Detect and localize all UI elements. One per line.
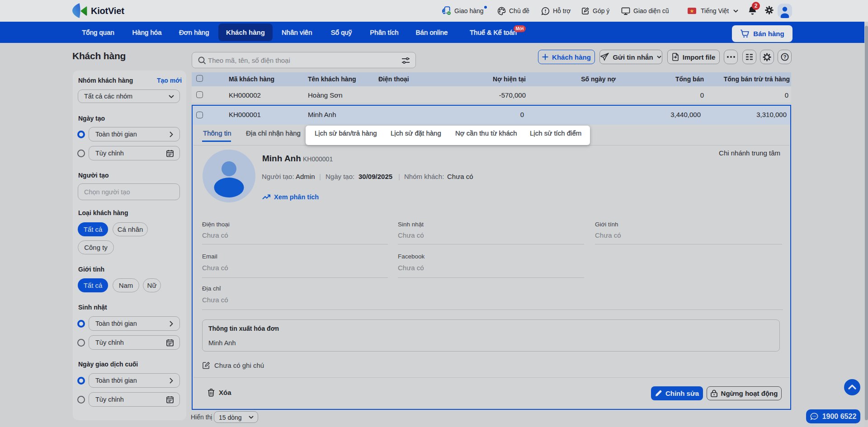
svg-text:?: ? [783, 54, 786, 60]
